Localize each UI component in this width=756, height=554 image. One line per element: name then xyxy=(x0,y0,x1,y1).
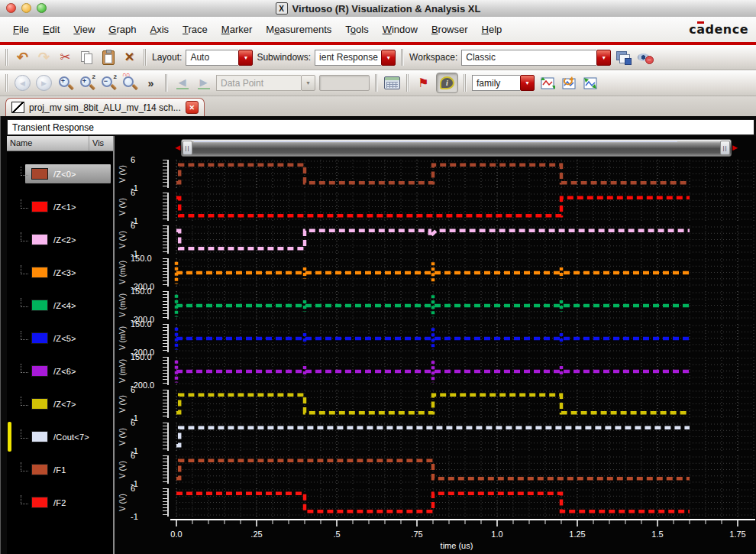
toolbar-grip[interactable] xyxy=(165,74,168,92)
menu-graph[interactable]: Graph xyxy=(102,21,143,37)
signal-row[interactable]: /Z<1> xyxy=(7,190,113,223)
chevron-down-icon[interactable]: ▼ xyxy=(381,50,396,66)
chevron-down-icon[interactable]: ▼ xyxy=(520,75,535,91)
signal-row[interactable]: /Z<4> xyxy=(7,289,113,322)
visibility-eye-icon[interactable] xyxy=(95,203,107,211)
datapoint-value-input[interactable] xyxy=(319,75,370,91)
zoom-window-button[interactable] xyxy=(37,3,47,13)
zoom-out-x2-button[interactable]: −2 xyxy=(99,74,117,92)
subwindows-combo[interactable]: ient Response ▼ xyxy=(315,50,396,66)
label-info-toggle-button[interactable]: i xyxy=(436,73,458,93)
visibility-eye-icon[interactable] xyxy=(95,499,107,507)
calculator-button[interactable] xyxy=(383,74,401,92)
menu-axis[interactable]: Axis xyxy=(143,21,176,37)
next-view-button[interactable]: ▶ xyxy=(35,74,53,92)
y-axis-unit-label: V (V) xyxy=(118,387,128,420)
scrollbar-right-arrow[interactable]: ▶ xyxy=(732,144,738,151)
delete-button[interactable]: ✕ xyxy=(121,49,138,66)
waveform-plot xyxy=(170,387,755,420)
visibility-eye-icon[interactable] xyxy=(95,368,107,375)
signal-row[interactable]: /Z<7> xyxy=(7,387,113,420)
flag-button[interactable]: ⚑ xyxy=(415,74,432,92)
visibility-eye-icon[interactable] xyxy=(95,269,107,277)
menu-window[interactable]: Window xyxy=(376,21,425,37)
y-axis-unit-label: V (V) xyxy=(118,223,128,256)
previous-view-button[interactable]: ◀ xyxy=(14,74,31,92)
minimize-window-button[interactable] xyxy=(21,3,31,13)
toolbar-grip[interactable] xyxy=(5,49,8,66)
menu-tools[interactable]: Tools xyxy=(338,21,375,37)
visibility-eye-icon[interactable] xyxy=(95,236,107,244)
hide-workspace-button[interactable] xyxy=(636,49,654,66)
menu-trace[interactable]: Trace xyxy=(176,21,215,37)
tab-transient-result[interactable]: proj_mv sim_8bit_ALU_mv_f14 sch... ✕ xyxy=(5,98,205,116)
menu-marker[interactable]: Marker xyxy=(215,21,259,37)
visibility-eye-icon[interactable] xyxy=(95,433,107,441)
fit-traces-button[interactable] xyxy=(581,74,599,92)
zoom-in-x2-button[interactable]: +2 xyxy=(78,74,95,92)
tab-close-button[interactable]: ✕ xyxy=(186,101,199,114)
toolbar-grip[interactable] xyxy=(401,49,404,66)
subwindows-combo-value: ient Response xyxy=(315,50,381,66)
visibility-eye-icon[interactable] xyxy=(95,170,107,178)
close-window-button[interactable] xyxy=(6,3,16,13)
signal-row[interactable]: /F2 xyxy=(7,486,113,519)
step-left-button[interactable]: ◀ xyxy=(173,74,191,92)
vis-column-header[interactable]: Vis xyxy=(89,136,113,151)
signal-color-swatch xyxy=(31,267,48,278)
scrollbar-track[interactable]: || || xyxy=(181,139,732,157)
family-combo[interactable]: family ▼ xyxy=(472,75,535,91)
menu-view[interactable]: View xyxy=(66,21,102,37)
signal-row[interactable]: /Z<5> xyxy=(7,322,113,355)
signal-row[interactable]: /F1 xyxy=(7,453,113,486)
layout-combo[interactable]: Auto ▼ xyxy=(186,50,253,66)
workspace-combo[interactable]: Classic ▼ xyxy=(461,50,611,66)
signal-name: /Z<3> xyxy=(53,268,95,277)
y-axis-ruler xyxy=(160,390,169,418)
signal-row[interactable]: /Z<0> xyxy=(7,157,113,190)
menu-edit[interactable]: Edit xyxy=(36,21,66,37)
magnifier-plus2-icon: +2 xyxy=(79,75,95,91)
chevron-down-icon[interactable]: ▼ xyxy=(238,50,253,66)
signal-row[interactable]: /Cout<7> xyxy=(7,420,113,453)
signal-row[interactable]: /Z<3> xyxy=(7,256,113,289)
visibility-eye-icon[interactable] xyxy=(95,302,107,309)
zoom-in-button[interactable]: + xyxy=(57,74,74,92)
save-workspace-button[interactable] xyxy=(615,49,632,66)
datapoint-combo[interactable]: Data Point ▼ xyxy=(216,75,315,91)
menu-measurements[interactable]: Measurements xyxy=(259,21,338,37)
toolbar-grip[interactable] xyxy=(464,74,467,92)
copy-button[interactable] xyxy=(78,49,95,66)
chevron-down-icon[interactable]: ▼ xyxy=(301,75,315,91)
menu-help[interactable]: Help xyxy=(475,21,509,37)
swap-sweep-button[interactable] xyxy=(538,74,556,92)
paste-button[interactable] xyxy=(99,49,117,66)
signal-row[interactable]: /Z<6> xyxy=(7,355,113,387)
menu-browser[interactable]: Browser xyxy=(425,21,475,37)
toolbar-grip[interactable] xyxy=(144,49,147,66)
visibility-eye-icon[interactable] xyxy=(95,466,107,474)
tree-branch-icon xyxy=(21,265,28,274)
toolbar-grip[interactable] xyxy=(5,74,8,92)
name-column-header[interactable]: Name xyxy=(7,136,89,151)
visibility-eye-icon[interactable] xyxy=(95,400,107,408)
cadence-logo-rest: dence xyxy=(705,22,748,37)
scrollbar-left-arrow[interactable]: ◀ xyxy=(175,144,180,151)
toolbar-grip[interactable] xyxy=(406,74,409,92)
toolbar-grip[interactable] xyxy=(375,74,378,92)
scrollbar-right-handle[interactable]: || xyxy=(720,141,730,155)
toolbar-overflow-button[interactable]: » xyxy=(142,74,160,92)
step-right-button[interactable]: ▶ xyxy=(195,74,212,92)
redo-button[interactable]: ↷ xyxy=(35,49,53,66)
zoom-fit-button[interactable]: ∩∩ xyxy=(121,74,138,92)
menu-file[interactable]: File xyxy=(6,21,36,37)
cut-button[interactable]: ✂ xyxy=(57,49,74,66)
refresh-plot-button[interactable] xyxy=(560,74,577,92)
scrollbar-left-handle[interactable]: || xyxy=(183,141,192,155)
undo-button[interactable]: ↶ xyxy=(14,49,31,66)
visibility-eye-icon[interactable] xyxy=(95,335,107,342)
y-axis-unit-label: V (V) xyxy=(118,453,128,486)
chevron-down-icon[interactable]: ▼ xyxy=(596,50,611,66)
signal-row[interactable]: /Z<2> xyxy=(7,223,113,256)
horizontal-range-scrollbar[interactable]: ◀ || || ▶ xyxy=(175,139,738,157)
